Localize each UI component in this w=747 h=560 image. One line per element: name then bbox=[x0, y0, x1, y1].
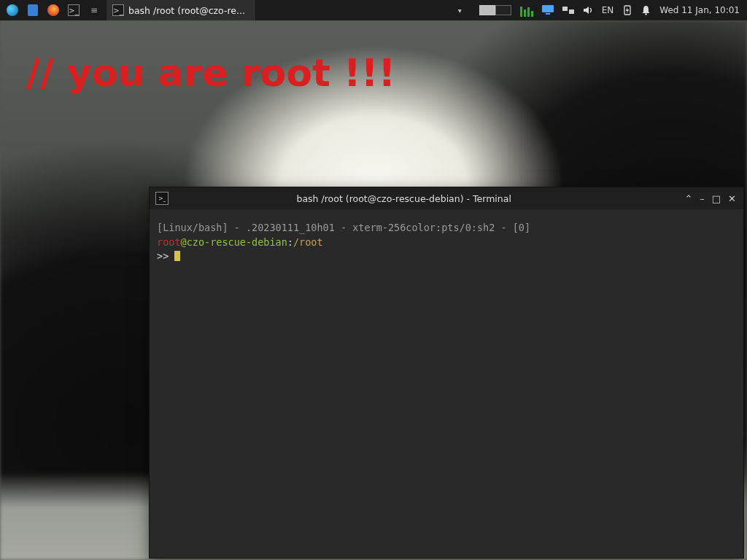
top-panel: >_ ≡ >_ bash /root (root@czo-re... ▾ EN bbox=[0, 0, 747, 20]
workspace-switcher[interactable] bbox=[479, 5, 511, 15]
notifications-icon[interactable] bbox=[641, 5, 651, 15]
prompt-ps2: >> bbox=[157, 250, 174, 262]
window-controls: ⌃ – □ ✕ bbox=[677, 193, 743, 204]
minimize-button[interactable]: – bbox=[700, 193, 705, 204]
workspace-2[interactable] bbox=[495, 5, 511, 15]
firefox-icon[interactable] bbox=[45, 2, 61, 18]
terminal-app-icon: >_ bbox=[155, 192, 169, 205]
terminal-body[interactable]: [Linux/bash] - .20230111_10h01 - xterm-2… bbox=[150, 209, 743, 558]
terminal-task-icon: >_ bbox=[112, 4, 124, 16]
network-icon[interactable] bbox=[562, 5, 574, 15]
terminal-window[interactable]: >_ bash /root (root@czo-rescue-debian) -… bbox=[149, 187, 744, 559]
svg-text:>_: >_ bbox=[158, 195, 166, 202]
svg-rect-3 bbox=[569, 9, 574, 14]
root-terminal-launcher-icon[interactable]: ≡ bbox=[86, 2, 102, 18]
prompt-cwd: /root bbox=[293, 236, 323, 248]
close-button[interactable]: ✕ bbox=[728, 193, 736, 204]
panel-clock[interactable]: Wed 11 Jan, 10:01 bbox=[659, 5, 740, 15]
prompt-host: @czo-rescue-debian bbox=[181, 236, 287, 248]
desktop-root-banner: // you are root !!! bbox=[26, 51, 395, 95]
workspace-1[interactable] bbox=[479, 5, 495, 15]
notes-icon[interactable] bbox=[25, 2, 41, 18]
whisker-menu-icon[interactable] bbox=[4, 2, 20, 18]
terminal-window-title: bash /root (root@czo-rescue-debian) - Te… bbox=[174, 193, 677, 204]
svg-rect-2 bbox=[562, 7, 568, 11]
svg-marker-4 bbox=[584, 7, 589, 14]
taskbar-window-label: bash /root (root@czo-re... bbox=[128, 5, 245, 16]
svg-rect-0 bbox=[542, 5, 554, 12]
battery-icon[interactable] bbox=[622, 5, 632, 15]
display-icon[interactable] bbox=[542, 5, 554, 15]
terminal-launcher-icon[interactable]: >_ bbox=[66, 2, 82, 18]
svg-marker-6 bbox=[626, 7, 629, 14]
taskbar-window-button[interactable]: >_ bash /root (root@czo-re... bbox=[107, 0, 256, 20]
system-tray: ▾ EN Wed 11 Jan, 10:01 bbox=[452, 4, 747, 17]
terminal-titlebar[interactable]: >_ bash /root (root@czo-rescue-debian) -… bbox=[150, 187, 743, 209]
maximize-button[interactable]: □ bbox=[712, 193, 721, 204]
volume-icon[interactable] bbox=[583, 5, 593, 15]
terminal-cursor bbox=[174, 251, 180, 261]
launcher-area: >_ ≡ bbox=[0, 2, 107, 18]
prompt-sep: : bbox=[287, 236, 293, 248]
prompt-user: root bbox=[157, 236, 181, 248]
window-list-dropdown-icon[interactable]: ▾ bbox=[452, 7, 468, 15]
system-monitor-icon[interactable] bbox=[520, 4, 533, 17]
terminal-info-line: [Linux/bash] - .20230111_10h01 - xterm-2… bbox=[157, 222, 530, 233]
svg-rect-1 bbox=[546, 13, 550, 15]
shade-button[interactable]: ⌃ bbox=[684, 193, 692, 204]
svg-point-7 bbox=[645, 13, 647, 15]
keyboard-layout-indicator[interactable]: EN bbox=[602, 5, 614, 15]
